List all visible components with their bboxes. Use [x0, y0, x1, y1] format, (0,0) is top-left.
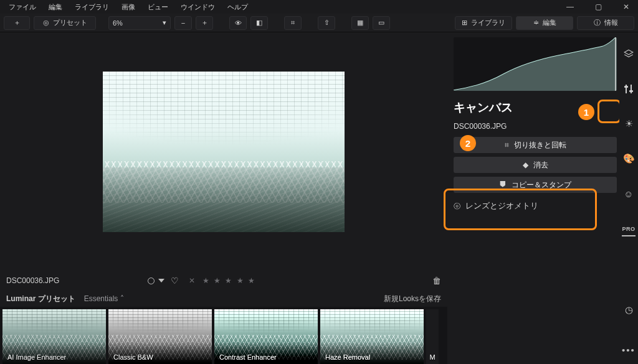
preset-thumb-label: Classic B&W: [113, 353, 153, 361]
preset-rings-icon: ◎: [43, 19, 49, 27]
lens-geometry-section[interactable]: ⦾ レンズとジオメトリ: [454, 200, 617, 212]
add-button[interactable]: ＋: [4, 16, 30, 30]
crop-tool[interactable]: ⌗: [284, 16, 302, 30]
light-tool[interactable]: ☀: [622, 117, 636, 131]
flag-reject[interactable]: ✕: [189, 276, 196, 285]
tab-info-label: 情報: [604, 18, 618, 27]
grid-view[interactable]: ▦: [351, 16, 369, 30]
preset-thumb-label: Contrast Enhancer: [219, 353, 277, 361]
preset-thumb-label: AI Image Enhancer: [7, 353, 66, 361]
menu-edit[interactable]: 編集: [42, 2, 69, 12]
preset-header: Luminar プリセット Essentials ˄ 新規Looksを保存: [0, 291, 447, 307]
photo-preview: [103, 72, 345, 232]
menu-help[interactable]: ヘルプ: [221, 2, 254, 12]
menu-view[interactable]: ビュー: [141, 2, 174, 12]
clone-label: コピー＆スタンプ: [512, 180, 571, 190]
sliders-icon: ≑: [533, 19, 539, 27]
preset-button[interactable]: ◎ プリセット: [34, 16, 96, 30]
history-button[interactable]: ◷: [622, 303, 636, 317]
preset-filmstrip[interactable]: AI Image EnhancerClassic B&WContrast Enh…: [0, 307, 447, 364]
single-view[interactable]: ▭: [373, 16, 390, 30]
preset-group[interactable]: Essentials ˄: [84, 294, 124, 303]
tab-edit-label: 編集: [543, 18, 556, 27]
image-canvas: [103, 72, 345, 232]
toolbar: ＋ ◎ プリセット 6% ▾ − ＋ 👁 ◧ ⌗ ⇧ ▦ ▭ ⊞ ライブラリ ≑…: [0, 14, 638, 32]
minimize-button[interactable]: —: [560, 2, 580, 11]
portrait-tool[interactable]: ☺: [622, 187, 636, 200]
lens-label: レンズとジオメトリ: [465, 200, 538, 212]
panel-filename: DSC00036.JPG: [454, 122, 617, 131]
preset-thumb[interactable]: Classic B&W: [108, 309, 212, 364]
export-button[interactable]: ⇧: [318, 16, 335, 30]
zoom-in-button[interactable]: ＋: [196, 16, 213, 30]
maximize-button[interactable]: ▢: [589, 2, 608, 11]
crop-label: 切り抜きと回転: [514, 140, 566, 151]
side-toolstrip: ☀ 🎨 ☺ PRO ◷ •••: [619, 32, 638, 364]
menu-file[interactable]: ファイル: [2, 2, 42, 12]
aperture-icon: ⦾: [454, 201, 460, 212]
preset-thumb-label: Haze Removal: [325, 353, 370, 361]
color-label-picker[interactable]: [148, 278, 155, 284]
pro-tool[interactable]: PRO: [622, 223, 636, 236]
zoom-value: 6%: [113, 19, 123, 27]
eraser-icon: ◆: [523, 161, 528, 169]
panel-title: キャンバス: [454, 100, 617, 116]
tab-info[interactable]: ⓘ 情報: [577, 16, 634, 30]
info-icon: ⓘ: [594, 18, 601, 27]
save-look-button[interactable]: 新規Looksを保存: [384, 294, 441, 304]
chevron-down-icon: ▾: [163, 19, 166, 27]
compare-toggle[interactable]: ◧: [250, 16, 268, 30]
favorite-toggle[interactable]: ♡: [171, 276, 180, 286]
window-controls: — ▢ ✕: [560, 2, 636, 11]
erase-button[interactable]: ◆ 消去: [454, 157, 617, 173]
image-viewer[interactable]: [0, 32, 447, 271]
color-label-dropdown-icon[interactable]: [158, 279, 164, 282]
clone-stamp-button[interactable]: ⛊ コピー＆スタンプ: [454, 177, 617, 193]
preset-thumb[interactable]: M: [426, 309, 439, 364]
star-rating[interactable]: ★ ★ ★ ★ ★: [202, 276, 256, 285]
preset-title: Luminar プリセット: [6, 294, 75, 304]
menu-image[interactable]: 画像: [115, 2, 141, 12]
preset-thumb[interactable]: Contrast Enhancer: [214, 309, 318, 364]
erase-label: 消去: [533, 160, 548, 170]
zoom-control[interactable]: 6% ▾: [108, 16, 171, 30]
stamp-icon: ⛊: [499, 180, 507, 189]
filename-label: DSC00036.JPG: [6, 276, 59, 285]
menu-library[interactable]: ライブラリ: [69, 2, 115, 12]
crop-icon: ⌗: [505, 141, 509, 149]
edit-panel: 1 キャンバス DSC00036.JPG 2 ⌗ 切り抜きと回転 ◆ 消去 ⛊ …: [447, 32, 619, 364]
preset-label: プリセット: [53, 18, 87, 27]
tab-edit[interactable]: ≑ 編集: [516, 16, 573, 30]
tab-library-label: ライブラリ: [471, 18, 505, 27]
crop-rotate-button[interactable]: 2 ⌗ 切り抜きと回転: [454, 137, 617, 153]
more-button[interactable]: •••: [622, 343, 636, 357]
sliders-icon: [624, 84, 634, 94]
preset-thumb[interactable]: AI Image Enhancer: [2, 309, 106, 364]
layers-tool[interactable]: [622, 47, 636, 61]
canvas-tool[interactable]: [622, 82, 636, 96]
menu-window[interactable]: ウインドウ: [174, 2, 221, 12]
zoom-out-button[interactable]: −: [174, 16, 192, 30]
menu-bar: ファイル 編集 ライブラリ 画像 ビュー ウインドウ ヘルプ — ▢ ✕: [0, 0, 638, 14]
preset-thumb-label: M: [429, 353, 435, 361]
annotation-badge-2: 2: [460, 135, 476, 151]
preset-thumb[interactable]: Haze Removal: [320, 309, 424, 364]
tab-library[interactable]: ⊞ ライブラリ: [455, 16, 512, 30]
library-icon: ⊞: [462, 19, 467, 27]
preview-toggle[interactable]: 👁: [229, 16, 247, 30]
image-info-bar: DSC00036.JPG ♡ ✕ ★ ★ ★ ★ ★ 🗑: [0, 271, 447, 291]
histogram[interactable]: [454, 37, 617, 91]
close-button[interactable]: ✕: [617, 2, 636, 11]
delete-button[interactable]: 🗑: [432, 276, 441, 286]
color-tool[interactable]: 🎨: [622, 152, 636, 166]
